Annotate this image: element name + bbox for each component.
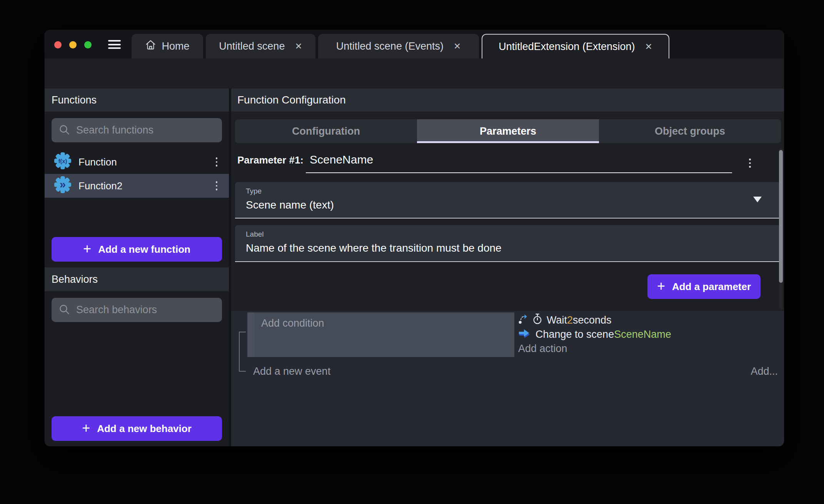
behaviors-title: Behaviors — [52, 274, 98, 285]
events-sheet: Add condition — [231, 311, 784, 446]
add-new-event-link[interactable]: Add a new event — [253, 365, 330, 377]
wait-action-value: 2 — [567, 314, 573, 326]
home-icon — [145, 39, 156, 53]
titlebar: Home Untitled scene ✕ Untitled scene (Ev… — [45, 30, 784, 58]
function-item-menu-icon[interactable] — [214, 179, 220, 193]
parameter-index-label: Parameter #1: — [237, 154, 304, 166]
function-configuration-header: Function Configuration — [231, 88, 784, 112]
action-change-scene[interactable]: Change to scene SceneName — [518, 327, 671, 342]
label-field-value[interactable]: Name of the scene where the transition m… — [246, 242, 780, 254]
stopwatch-icon — [532, 313, 542, 327]
label-field-label: Label — [246, 230, 780, 239]
close-tab-icon[interactable]: ✕ — [454, 41, 461, 52]
search-behaviors-box[interactable] — [52, 298, 222, 322]
tab-label: Parameters — [480, 125, 536, 137]
change-scene-arrow-icon — [518, 328, 531, 341]
add-more-label: Add... — [751, 365, 778, 377]
configuration-tabs: Configuration Parameters Object groups — [235, 119, 781, 143]
tab-label: Object groups — [655, 125, 725, 137]
add-condition-zone[interactable]: Add condition — [254, 312, 514, 357]
close-tab-icon[interactable]: ✕ — [295, 41, 302, 52]
tab-label: Home — [162, 40, 189, 52]
dropdown-arrow-icon[interactable] — [753, 197, 762, 202]
add-parameter-button[interactable]: + Add a parameter — [647, 274, 761, 299]
function-list-item[interactable]: f(x) Function — [45, 150, 229, 174]
add-action-link[interactable]: Add action — [518, 342, 671, 356]
desktop-background: Home Untitled scene ✕ Untitled scene (Ev… — [0, 0, 824, 504]
add-parameter-label: Add a parameter — [672, 281, 751, 293]
sidebar: Functions — [45, 88, 229, 446]
close-tab-icon[interactable]: ✕ — [645, 42, 652, 52]
function-item-label: Function2 — [78, 180, 122, 192]
content-area: Functions — [45, 88, 784, 446]
svg-text:»: » — [60, 178, 66, 190]
search-functions-box[interactable] — [52, 118, 222, 142]
change-scene-text: Change to scene — [535, 329, 614, 340]
tab-untitled-scene-events[interactable]: Untitled scene (Events) ✕ — [318, 34, 479, 58]
window-minimize-button[interactable] — [69, 41, 77, 48]
search-functions-input[interactable] — [76, 124, 215, 136]
scrollbar-thumb[interactable] — [779, 150, 783, 283]
wait-action-unit: seconds — [573, 314, 612, 326]
tab-untitled-scene[interactable]: Untitled scene ✕ — [206, 34, 315, 58]
parameter-label-field[interactable]: Label Name of the scene where the transi… — [235, 225, 780, 262]
tab-label: Configuration — [292, 125, 360, 137]
functions-section-header: Functions — [45, 88, 229, 112]
tab-label: Untitled scene (Events) — [336, 40, 444, 52]
tab-parameters[interactable]: Parameters — [417, 119, 599, 143]
search-behaviors-input[interactable] — [76, 304, 215, 316]
add-new-behavior-label: Add a new behavior — [97, 423, 192, 435]
window-maximize-button[interactable] — [84, 41, 92, 48]
toolbar: Preview Share — [45, 58, 784, 88]
function-item-menu-icon[interactable] — [214, 155, 220, 169]
wait-action-text: Wait — [547, 314, 567, 326]
parameter-header-row: Parameter #1: SceneName — [237, 153, 373, 166]
gear-chevrons-icon: » — [54, 176, 72, 196]
parameter-type-select[interactable]: Type Scene name (text) — [235, 182, 780, 219]
tab-home[interactable]: Home — [132, 34, 203, 58]
action-wait[interactable]: Wait 2 seconds — [518, 313, 671, 327]
event-drag-handle[interactable] — [247, 312, 254, 357]
tab-untitled-extension-active[interactable]: UntitledExtension (Extension) ✕ — [482, 34, 669, 58]
page-title: Function Configuration — [237, 94, 346, 106]
add-new-function-label: Add a new function — [98, 244, 190, 255]
event-actions-column: Wait 2 seconds — [518, 313, 671, 356]
add-new-event-label: Add a new event — [253, 365, 330, 377]
add-more-link[interactable]: Add... — [751, 365, 778, 377]
add-new-behavior-button[interactable]: + Add a new behavior — [52, 416, 222, 441]
add-condition-label: Add condition — [261, 317, 324, 329]
window-close-button[interactable] — [54, 41, 62, 48]
tab-label: Untitled scene — [219, 40, 285, 52]
add-new-function-button[interactable]: + Add a new function — [52, 237, 222, 262]
function-list-item-selected[interactable]: » Function2 — [45, 174, 229, 198]
functions-title: Functions — [52, 94, 97, 106]
type-field-value: Scene name (text) — [246, 199, 780, 211]
search-icon — [58, 304, 70, 317]
parameter-name-input[interactable]: SceneName — [310, 153, 373, 166]
parameter-name-underline — [306, 172, 732, 173]
change-scene-parameter: SceneName — [614, 329, 671, 340]
tab-object-groups[interactable]: Object groups — [599, 119, 781, 143]
gear-fx-icon: f(x) — [54, 152, 72, 172]
async-icon — [518, 312, 528, 328]
app-window: Home Untitled scene ✕ Untitled scene (Ev… — [45, 30, 784, 446]
function-item-label: Function — [78, 156, 117, 168]
behaviors-section-header: Behaviors — [45, 267, 229, 291]
tab-configuration[interactable]: Configuration — [235, 119, 417, 143]
search-icon — [58, 124, 70, 137]
add-action-label: Add action — [518, 343, 567, 355]
parameter-menu-icon[interactable] — [747, 156, 753, 170]
main-panel: Function Configuration Configuration Par… — [231, 88, 784, 446]
svg-text:f(x): f(x) — [58, 158, 67, 164]
main-menu-icon[interactable] — [108, 40, 121, 49]
tab-label: UntitledExtension (Extension) — [499, 41, 635, 53]
type-field-label: Type — [246, 187, 780, 195]
event-tree-bracket — [239, 332, 246, 372]
